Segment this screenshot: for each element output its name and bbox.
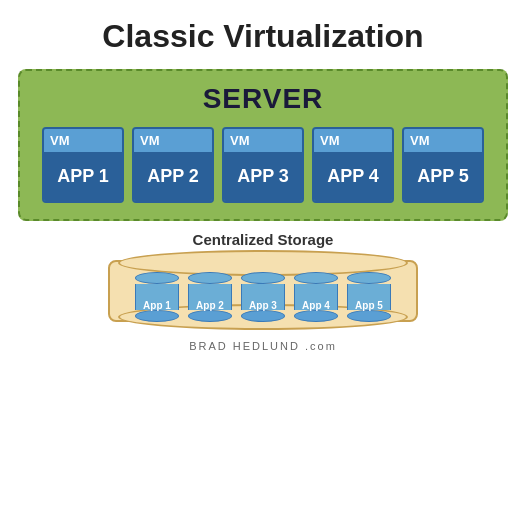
vm-box-vm2: VMAPP 2 bbox=[132, 127, 214, 203]
storage-app-label: App 4 bbox=[302, 300, 330, 311]
storage-app-label: App 5 bbox=[355, 300, 383, 311]
storage-cylinder: App 1 App 2 App 3 App 4 App 5 bbox=[108, 250, 418, 330]
vm-header-vm3: VM bbox=[224, 129, 302, 152]
vm-box-vm5: VMAPP 5 bbox=[402, 127, 484, 203]
storage-section: Centralized Storage App 1 App 2 App 3 Ap… bbox=[108, 231, 418, 330]
page-title: Classic Virtualization bbox=[102, 18, 423, 55]
vm-header-vm1: VM bbox=[44, 129, 122, 152]
footer-text: BRAD HEDLUND .com bbox=[189, 340, 337, 352]
cyl-bottom bbox=[294, 310, 338, 322]
server-label: SERVER bbox=[203, 83, 324, 115]
storage-apps-row: App 1 App 2 App 3 App 4 App 5 bbox=[108, 272, 418, 311]
vm-box-vm4: VMAPP 4 bbox=[312, 127, 394, 203]
vm-app-vm2: APP 2 bbox=[134, 152, 212, 201]
cyl-top bbox=[294, 272, 338, 284]
vm-header-vm5: VM bbox=[404, 129, 482, 152]
vm-row: VMAPP 1VMAPP 2VMAPP 3VMAPP 4VMAPP 5 bbox=[42, 127, 484, 203]
storage-app-1: App 1 bbox=[133, 272, 181, 311]
cyl-top bbox=[135, 272, 179, 284]
cyl-bottom bbox=[347, 310, 391, 322]
storage-app-label: App 1 bbox=[143, 300, 171, 311]
storage-app-2: App 2 bbox=[186, 272, 234, 311]
vm-app-vm5: APP 5 bbox=[404, 152, 482, 201]
vm-app-vm4: APP 4 bbox=[314, 152, 392, 201]
storage-app-label: App 2 bbox=[196, 300, 224, 311]
storage-app-label: App 3 bbox=[249, 300, 277, 311]
cyl-top bbox=[347, 272, 391, 284]
storage-label: Centralized Storage bbox=[193, 231, 334, 248]
vm-header-vm2: VM bbox=[134, 129, 212, 152]
cyl-top bbox=[188, 272, 232, 284]
vm-box-vm1: VMAPP 1 bbox=[42, 127, 124, 203]
storage-app-5: App 5 bbox=[345, 272, 393, 311]
cyl-bottom bbox=[241, 310, 285, 322]
cyl-top bbox=[241, 272, 285, 284]
vm-box-vm3: VMAPP 3 bbox=[222, 127, 304, 203]
vm-app-vm1: APP 1 bbox=[44, 152, 122, 201]
vm-header-vm4: VM bbox=[314, 129, 392, 152]
vm-app-vm3: APP 3 bbox=[224, 152, 302, 201]
storage-app-3: App 3 bbox=[239, 272, 287, 311]
cyl-bottom bbox=[188, 310, 232, 322]
storage-app-4: App 4 bbox=[292, 272, 340, 311]
server-container: SERVER VMAPP 1VMAPP 2VMAPP 3VMAPP 4VMAPP… bbox=[18, 69, 508, 221]
cyl-bottom bbox=[135, 310, 179, 322]
